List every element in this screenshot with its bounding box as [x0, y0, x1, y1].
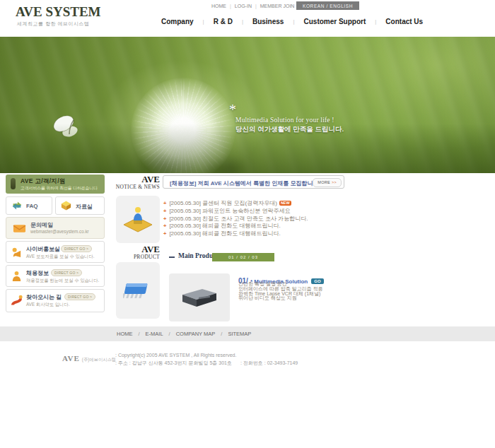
recruit-direct-go-badge[interactable]: DIRECT GO >: [51, 269, 82, 276]
nav-customer-support[interactable]: Customer Support: [284, 18, 366, 25]
grass-shadow-blob: [202, 155, 251, 173]
hero-subtitle: 당신의 여가생활에 만족을 드립니다.: [235, 125, 344, 134]
notice-list-item[interactable]: [2005.05.30] 친절도 조사 고객 만족도 조사 가능합니다.: [163, 216, 347, 223]
notice-list-item[interactable]: [2005.05.30] 해피콜 전화도 대행해드립니다.: [163, 230, 347, 238]
product-header-sub: PRODUCT: [113, 254, 160, 260]
faq-label: FAQ: [26, 203, 37, 209]
footer-nav-band: HOMEE-MAILCOMPANY MAPSITEMAP: [0, 326, 495, 341]
footer-address-line: : 주소 : 강남구 신사동 452-3번지 문화빌딩 5층 301호: 전화번…: [115, 360, 298, 367]
page: AVE SYSTEM 세계최고를 향한 에브이시스템 HOMELOG-INMEM…: [0, 0, 495, 448]
notice-list-item[interactable]: [2005.05.30] 해피콜 전화도 대행해드립니다.: [163, 223, 347, 230]
product-features: 간단한 특징 설명 공간 인터페이스에 따른 압축 알고리즘 적용 완벽한 Ti…: [238, 282, 323, 301]
hero-title: Multimedia Solution for your life !: [235, 117, 334, 124]
directions-direct-go-badge[interactable]: DIRECT GO >: [64, 293, 95, 300]
footer-company-name: (주)에브이시스템: [82, 357, 116, 362]
nav-company[interactable]: Company: [161, 18, 194, 25]
sidebar-archive-button[interactable]: 자료실: [55, 196, 105, 215]
directions-desc: AVE 회사약도 입니다.: [26, 302, 69, 308]
mail-label: 문의메일: [30, 221, 53, 229]
notice-header-ave: AVE: [113, 175, 160, 184]
notice-header-sub: NOTICE & NEWS: [113, 184, 160, 190]
utility-home-link[interactable]: HOME: [211, 4, 226, 8]
nav-rnd[interactable]: R & D: [194, 18, 233, 25]
notice-list-item[interactable]: [2005.05.30] 파워포인트 능숙하신분 연락주세요: [163, 208, 347, 216]
notice-section-header: AVE NOTICE & NEWS: [113, 175, 160, 190]
grass-shadow-blob: [134, 148, 198, 173]
notice-illustration-box: [116, 196, 160, 243]
mail-envelope-icon: [13, 223, 26, 236]
sidebar-faq-button[interactable]: FAQ: [6, 196, 52, 215]
product-illustration-box: [116, 262, 160, 319]
new-badge: NEW: [279, 201, 291, 206]
faq-arrows-icon: [11, 200, 23, 214]
person-icon: [11, 270, 23, 285]
pr-room-desc: AVE 보도자료를 보실 수 있습니다.: [26, 254, 94, 260]
product-pager[interactable]: 01 / 02 / 03: [212, 253, 274, 261]
main-nav: CompanyR & DBusinessCustomer SupportCont…: [161, 18, 423, 25]
archive-label: 자료실: [76, 203, 93, 211]
notice-list-item[interactable]: [2005.05.30] 콜센터 직원 모집(경력자우대)NEW: [163, 200, 347, 208]
recruit-label: 채용정보: [26, 269, 49, 277]
mail-address: webmaster@avesystem.co.kr: [30, 229, 89, 234]
nav-business[interactable]: Business: [233, 18, 284, 25]
hero-banner: * Multimedia Solution for your life ! 당신…: [0, 37, 495, 173]
product-thumbnail[interactable]: [169, 273, 230, 322]
archive-cube-icon: [60, 200, 72, 214]
sidebar-recruit-box[interactable]: 채용정보 DIRECT GO > 채용정보를 한눈에 보실 수 있습니다.: [6, 265, 105, 287]
directions-label: 찾아오시는 길: [26, 293, 62, 301]
footer-nav: HOMEE-MAILCOMPANY MAPSITEMAP: [117, 326, 251, 341]
more-button[interactable]: MORE>>: [313, 178, 342, 187]
sidebar-pr-room-box[interactable]: 사이버홍보실 DIRECT GO > AVE 보도자료를 보실 수 있습니다.: [6, 241, 105, 263]
pr-room-label: 사이버홍보실: [26, 245, 60, 253]
sidebar-mail-box[interactable]: 문의메일 webmaster@avesystem.co.kr: [6, 217, 105, 239]
footer-phone: : 전화번호 : 02-3493-7149: [240, 360, 298, 365]
pr-room-direct-go-badge[interactable]: DIRECT GO >: [61, 245, 92, 252]
language-toggle-button[interactable]: KOREAN / ENGLISH: [296, 1, 359, 10]
nav-contact-us[interactable]: Contact Us: [366, 18, 423, 25]
footer-copyright: : Copyright(c) 2005 AVE SYSTEM , All Rig…: [115, 353, 236, 358]
product-header-ave: AVE: [113, 244, 160, 254]
sidebar-support-panel: AVE 고/객/지/원 고객서비스를 위하여 최선을 다하겠습니다: [6, 175, 105, 194]
dash-icon: [169, 257, 175, 258]
site-logo[interactable]: AVE SYSTEM: [16, 4, 101, 20]
winding-road-icon: [11, 294, 23, 310]
feature-line: 뛰어난 비디오 해상도 지원: [238, 296, 323, 301]
notice-headline-text: [채용정보] 저희 AVE 시스템에서 특별한 인재를 모집합니다.: [170, 179, 320, 187]
footer-sitemap-link[interactable]: SITEMAP: [215, 331, 251, 337]
footer-logo: AVE(주)에브이시스템: [62, 354, 116, 363]
butterfly-image: [48, 113, 88, 146]
utility-memberjoin-link[interactable]: MEMBER JOIN: [252, 4, 294, 8]
footer-home-link[interactable]: HOME: [117, 331, 133, 337]
hero-star: *: [229, 102, 236, 118]
footer-email-link[interactable]: E-MAIL: [133, 331, 163, 337]
product-section-header: AVE PRODUCT: [113, 244, 160, 260]
pill-icon: [11, 178, 16, 189]
dandelion-image: [131, 78, 235, 173]
more-arrows: >>: [332, 180, 337, 184]
dandelion-spokes: [131, 78, 235, 173]
notice-headline-box[interactable]: [채용정보] 저희 AVE 시스템에서 특별한 인재를 모집합니다. MORE>…: [163, 175, 344, 189]
utility-login-link[interactable]: LOG-IN: [226, 4, 252, 8]
sidebar-directions-box[interactable]: 찾아오시는 길 DIRECT GO > AVE 회사약도 입니다.: [6, 289, 105, 312]
footer-companymap-link[interactable]: COMPANY MAP: [163, 331, 216, 337]
notice-list: [2005.05.30] 콜센터 직원 모집(경력자우대)NEW [2005.0…: [163, 200, 347, 238]
recruit-desc: 채용정보를 한눈에 보실 수 있습니다.: [26, 278, 99, 284]
sidebar-panel-subtitle: 고객서비스를 위하여 최선을 다하겠습니다: [21, 185, 98, 191]
megaphone-icon: [11, 246, 23, 261]
logo-tagline: 세계최고를 향한 에브이시스템: [17, 20, 89, 28]
